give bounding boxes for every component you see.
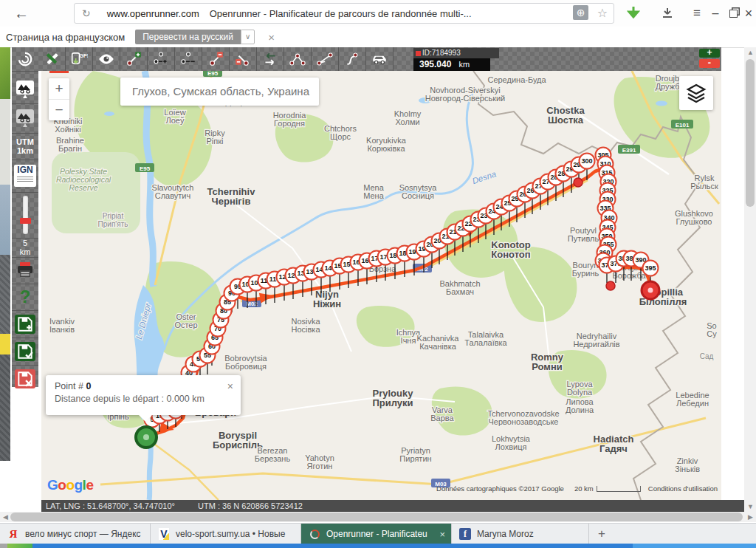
horizontal-scroll-thumb[interactable]	[10, 513, 743, 521]
scroll-down-icon[interactable]: ▼	[747, 503, 754, 510]
delete-route-icon[interactable]	[12, 365, 38, 393]
zoom-out-route-button[interactable]: -	[699, 59, 720, 68]
map-label: Новгород-Сіверський	[425, 94, 506, 103]
map-label: Березань	[255, 454, 291, 463]
svg-text:E95: E95	[140, 165, 151, 172]
map-label: Варва	[430, 414, 454, 422]
map-label: Хойнікі	[55, 125, 80, 134]
edit-tools-icon[interactable]	[38, 47, 66, 71]
gps-export-icon[interactable]: GPS	[66, 47, 93, 71]
horizontal-scrollbar[interactable]: ◀ ▶	[0, 512, 756, 522]
map-search-input[interactable]: Глухов, Сумская область, Украина	[120, 78, 319, 106]
tab-title: вело минус спорт — Яндекс	[25, 529, 141, 539]
map-label: Ромни	[532, 361, 563, 372]
point-info-popup: Point # 0 Distance depuis le départ : 0.…	[46, 375, 241, 415]
save-new-icon[interactable]	[12, 310, 38, 338]
elevation-profile-icon[interactable]	[12, 75, 38, 104]
map-zoom-in-button[interactable]: +	[49, 78, 69, 100]
remove-point-icon[interactable]	[175, 47, 202, 71]
google-logo[interactable]: Google	[47, 477, 93, 493]
snap-points-icon[interactable]	[284, 47, 312, 71]
close-window-button[interactable]: ×	[741, 0, 756, 27]
svg-text:395: 395	[645, 264, 656, 272]
straight-line-icon[interactable]	[312, 47, 339, 71]
delete-segment-end-icon[interactable]	[230, 47, 257, 71]
record-dot-icon	[416, 51, 421, 56]
popup-close-icon[interactable]: ×	[227, 381, 233, 391]
scroll-right-icon[interactable]: ▶	[748, 513, 753, 521]
map-label: Брагін	[58, 144, 82, 153]
map-canvas[interactable]: Середина-БудаDroujbaДружбаNovhorod-Siver…	[41, 71, 721, 500]
map-zoom-out-button[interactable]: −	[49, 100, 69, 120]
openrunner-favicon-icon	[309, 528, 320, 540]
map-label: Ніжин	[313, 298, 341, 309]
map-label: Городня	[274, 119, 305, 128]
address-bar[interactable]: ↻ www.openrunner.com Openrunner - Planif…	[74, 3, 614, 24]
tab-title: Maryna Moroz	[477, 529, 534, 539]
tool-sidebar: UTM1km IGN 5km ?	[12, 47, 38, 387]
page-bg-image	[0, 47, 10, 99]
print-icon[interactable]	[12, 257, 38, 284]
translate-message: Страница на французском	[6, 32, 125, 43]
car-routing-icon[interactable]	[366, 47, 394, 71]
browser-tab[interactable]: Openrunner - Planificateu×	[301, 524, 452, 544]
map-label: Сосниця	[402, 191, 434, 200]
delete-segment-start-icon[interactable]	[202, 47, 230, 71]
scroll-left-icon[interactable]: ◀	[3, 513, 8, 521]
help-icon[interactable]: ?	[12, 284, 38, 311]
save-confirm-icon[interactable]	[12, 338, 38, 366]
map-label: Качанівка	[419, 342, 457, 351]
page-title-text: Openrunner - Planificateur de parcours d…	[210, 8, 472, 19]
ign-layer-button[interactable]: IGN	[12, 160, 38, 193]
page-bg-image	[0, 185, 10, 255]
map-label: Глушково	[676, 217, 712, 226]
map-scale-slider[interactable]	[12, 192, 38, 239]
reload-icon[interactable]: ↻	[82, 7, 91, 19]
slider-handle[interactable]	[20, 218, 31, 224]
save-page-icon[interactable]	[623, 0, 644, 27]
back-button[interactable]: ←	[10, 0, 32, 27]
svg-text:E391: E391	[622, 147, 636, 154]
yandex-logo-icon[interactable]	[46, 0, 65, 27]
menu-icon[interactable]: ≡	[688, 0, 706, 27]
map-label: Pripiat	[103, 212, 124, 220]
map-label: Конотоп	[491, 249, 530, 260]
tab-close-icon[interactable]: ×	[439, 529, 445, 540]
route-spiral-icon[interactable]	[12, 47, 38, 72]
minimize-button[interactable]: –	[707, 0, 724, 27]
vertical-scrollbar[interactable]: ▲ ▼	[744, 47, 756, 512]
svg-text:300: 300	[581, 157, 592, 165]
utm-grid-button[interactable]: UTM1km	[12, 133, 38, 160]
translate-button[interactable]: Перевести на русский	[135, 30, 241, 44]
map-label: Червонозаводське	[489, 417, 559, 426]
extend-segment-icon[interactable]	[120, 47, 148, 71]
restore-window-button[interactable]	[725, 0, 741, 27]
page-bg-image	[0, 255, 10, 334]
layers-icon	[685, 82, 707, 104]
svg-text:E95: E95	[207, 71, 219, 77]
new-tab-button[interactable]: +	[589, 524, 614, 544]
map-layers-button[interactable]	[679, 76, 713, 110]
browser-tab[interactable]: fMaryna Moroz	[452, 524, 589, 544]
route-id-label: ID:7184993	[413, 48, 499, 58]
vertical-scroll-thumb[interactable]	[746, 59, 755, 207]
insert-point-icon[interactable]	[148, 47, 175, 71]
bookmark-star-icon[interactable]: ☆	[597, 6, 608, 20]
downloads-icon[interactable]	[657, 0, 678, 27]
waypoint-dot[interactable]	[574, 178, 583, 187]
reverse-route-icon[interactable]	[257, 47, 284, 71]
taskbar-edge	[0, 544, 756, 548]
waypoint-dot[interactable]	[606, 281, 615, 290]
scroll-up-icon[interactable]: ▲	[747, 49, 754, 56]
elevation-profile-alt-icon[interactable]	[12, 103, 38, 134]
terms-link[interactable]: Conditions d'utilisation	[648, 484, 718, 493]
translate-close-icon[interactable]: ×	[268, 31, 275, 44]
browser-tab[interactable]: Явело минус спорт — Яндекс	[0, 524, 151, 544]
translate-dropdown[interactable]: ∨	[241, 30, 255, 44]
free-draw-icon[interactable]	[339, 47, 366, 71]
map-label: Носівка	[291, 325, 320, 334]
browser-tab[interactable]: Vvelo-sport.sumy.ua • Новые	[151, 524, 301, 544]
visibility-icon[interactable]	[93, 47, 120, 71]
map-label: Лоеў	[166, 116, 185, 125]
translate-globe-icon[interactable]: ⊕	[573, 5, 588, 20]
